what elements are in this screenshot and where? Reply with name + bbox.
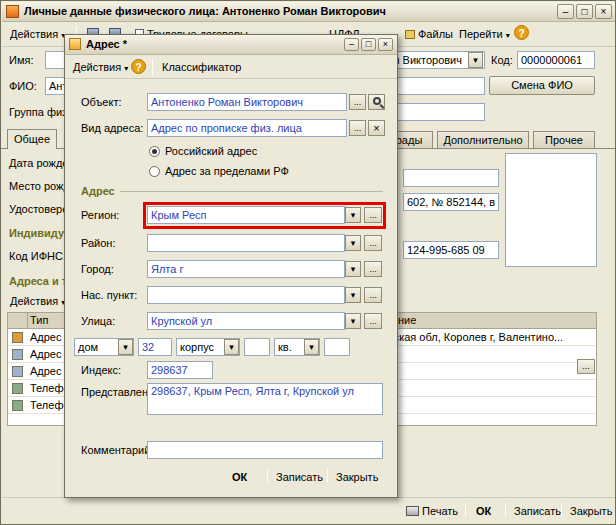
form-icon: [69, 38, 81, 50]
flat-kind-dropdown-button[interactable]: ▾: [304, 339, 319, 355]
button-separator: [267, 469, 268, 483]
pfr-number-field[interactable]: 124-995-685 09: [403, 241, 499, 259]
pfr-number-value: 124-995-685 09: [407, 244, 485, 256]
minimize-icon[interactable]: –: [344, 38, 359, 51]
object-field[interactable]: Антоненко Роман Викторович: [147, 93, 347, 111]
table-edit-button[interactable]: ...: [577, 359, 595, 374]
comment-label: Комментарий:: [81, 444, 153, 456]
settlement-dropdown-button[interactable]: ▾: [345, 287, 361, 303]
city-field[interactable]: Ялта г: [147, 260, 345, 278]
files-label: Файлы: [418, 28, 453, 40]
dialog-title: Адрес *: [86, 38, 127, 50]
zip-value: 298637: [151, 364, 188, 376]
city-label: Город:: [81, 263, 114, 275]
button-separator: [465, 503, 466, 517]
change-fio-button[interactable]: Смена ФИО: [489, 76, 595, 95]
name-dropdown-button[interactable]: ▾: [468, 52, 483, 68]
city-dropdown-button[interactable]: ▾: [345, 261, 361, 277]
street-field[interactable]: Крупской ул: [147, 312, 345, 330]
files-button[interactable]: Файлы: [400, 24, 458, 44]
building-number-field[interactable]: [244, 338, 270, 356]
kind-field[interactable]: Адрес по прописке физ. лица: [147, 119, 347, 137]
street-dropdown-button[interactable]: ▾: [345, 313, 361, 329]
dialog-save-button[interactable]: Записать: [271, 467, 328, 487]
main-window-title: Личные данные физического лица: Антоненк…: [24, 5, 386, 17]
district-more-button[interactable]: ...: [364, 235, 382, 251]
region-more-button[interactable]: ...: [364, 207, 382, 223]
street-more-button[interactable]: ...: [364, 313, 382, 329]
photo-area[interactable]: [505, 153, 597, 267]
maximize-icon[interactable]: □: [361, 38, 376, 51]
zip-field[interactable]: 298637: [147, 361, 213, 379]
code-field[interactable]: 0000000061: [517, 51, 595, 69]
city-more-button[interactable]: ...: [364, 261, 382, 277]
close-icon[interactable]: ×: [378, 38, 393, 51]
maximize-icon[interactable]: □: [576, 4, 593, 19]
tab-obshchee[interactable]: Общее: [7, 129, 57, 149]
object-search-button[interactable]: [368, 94, 385, 110]
help-icon[interactable]: ?: [514, 25, 529, 40]
address-group-header: Адрес: [81, 185, 115, 197]
house-number-value: 32: [142, 341, 154, 353]
code-label: Код:: [491, 54, 513, 66]
ok-button[interactable]: ОК: [471, 501, 496, 521]
dialog-close-button[interactable]: Закрыть: [331, 467, 383, 487]
button-separator: [327, 469, 328, 483]
russian-address-radio[interactable]: [149, 146, 160, 157]
classifier-button[interactable]: Классификатор: [157, 57, 246, 77]
settlement-field[interactable]: [147, 286, 345, 304]
foreign-address-radio[interactable]: [149, 166, 160, 177]
ifns-label: Код ИФНС:: [9, 250, 66, 262]
main-titlebar[interactable]: Личные данные физического лица: Антоненк…: [2, 2, 615, 22]
house-number-field[interactable]: 32: [138, 338, 172, 356]
presentation-field[interactable]: 298637, Крым Респ, Ялта г, Крупской ул: [147, 383, 383, 415]
building-kind-dropdown-button[interactable]: ▾: [224, 339, 239, 355]
minimize-icon[interactable]: –: [557, 4, 574, 19]
document-series-field[interactable]: [403, 169, 499, 187]
object-more-button[interactable]: ...: [349, 94, 366, 110]
house-kind-dropdown-button[interactable]: ▾: [118, 339, 133, 355]
dialog-ok-button[interactable]: ОК: [227, 467, 252, 487]
save-button[interactable]: Записать: [509, 501, 566, 521]
district-field[interactable]: [147, 234, 345, 252]
document-number-value: 602, № 852144, в ...: [407, 196, 499, 208]
tab-prochee[interactable]: Прочее: [533, 131, 595, 149]
settlement-label: Нас. пункт:: [81, 289, 137, 301]
region-label: Регион:: [81, 209, 119, 221]
address-dialog: Адрес * – □ × Действия ▾ ? Классификатор…: [64, 34, 398, 498]
chevron-down-icon: ▾: [124, 64, 128, 73]
region-dropdown-button[interactable]: ▾: [345, 207, 361, 223]
app-icon: [6, 5, 19, 18]
fio-label: ФИО:: [9, 80, 37, 92]
name-label: Имя:: [9, 54, 33, 66]
region-field[interactable]: Крым Респ: [147, 206, 345, 224]
addresses-actions-label: Действия: [10, 295, 58, 307]
col-type-header: Тип: [30, 314, 48, 326]
tab-dopolnitelno[interactable]: Дополнительно: [437, 131, 529, 149]
phone-type-icon: [12, 400, 23, 411]
close-button[interactable]: Закрыть: [565, 501, 616, 521]
kind-more-button[interactable]: ...: [349, 120, 366, 136]
close-icon[interactable]: ×: [595, 4, 612, 19]
actions-label: Действия: [10, 28, 58, 40]
presentation-value: 298637, Крым Респ, Ялта г, Крупской ул: [151, 385, 354, 397]
dialog-toolbar: Действия ▾ ? Классификатор: [65, 55, 397, 79]
print-button[interactable]: Печать: [401, 501, 463, 521]
city-value: Ялта г: [151, 263, 183, 275]
files-icon: [405, 30, 415, 39]
goto-menu-button[interactable]: Перейти ▾: [454, 24, 515, 44]
object-value: Антоненко Роман Викторович: [151, 96, 303, 108]
settlement-more-button[interactable]: ...: [364, 287, 382, 303]
comment-field[interactable]: [147, 441, 383, 459]
help-icon[interactable]: ?: [131, 59, 146, 74]
zip-label: Индекс:: [81, 364, 121, 376]
actions-menu-button[interactable]: Действия ▾: [5, 24, 70, 44]
kind-clear-button[interactable]: ×: [368, 120, 385, 136]
district-dropdown-button[interactable]: ▾: [345, 235, 361, 251]
dialog-actions-button[interactable]: Действия ▾: [68, 57, 133, 77]
addresses-actions-button[interactable]: Действия ▾: [5, 292, 70, 310]
flat-number-field[interactable]: [324, 338, 350, 356]
dialog-titlebar[interactable]: Адрес * – □ ×: [65, 35, 397, 55]
group-divider: [120, 191, 383, 192]
document-number-field[interactable]: 602, № 852144, в ...: [403, 193, 499, 211]
